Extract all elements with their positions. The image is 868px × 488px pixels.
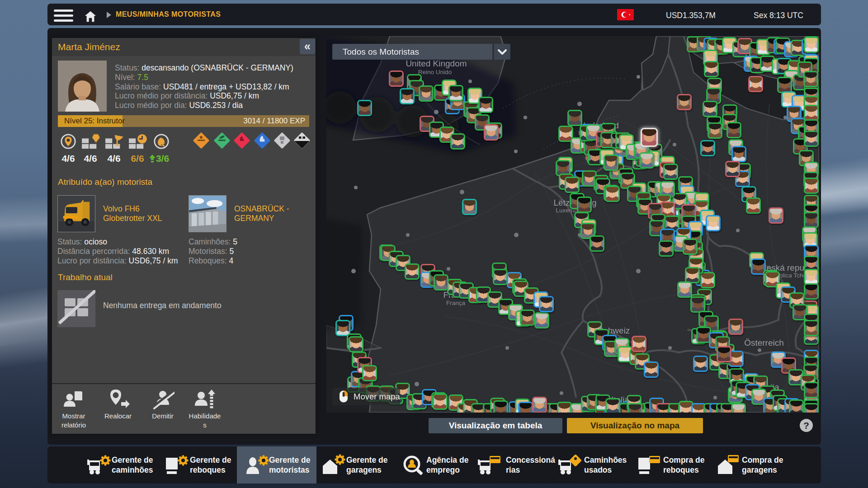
svg-text:França: França (446, 300, 466, 306)
svg-text:Reino Unido: Reino Unido (418, 69, 452, 75)
svg-text:United Kingdom: United Kingdom (406, 59, 467, 68)
svg-text:Österreich: Österreich (744, 338, 784, 347)
